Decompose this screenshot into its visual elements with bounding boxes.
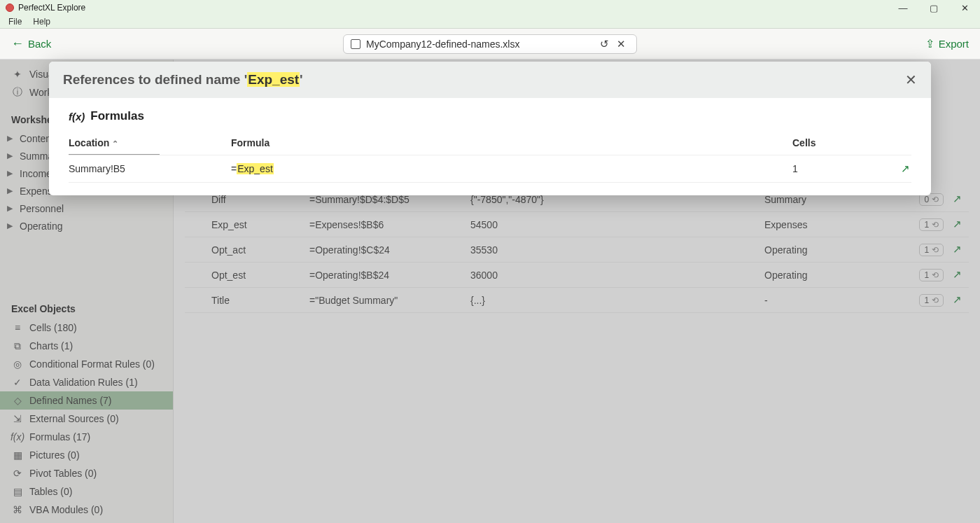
export-icon: ⇪ xyxy=(925,37,934,50)
sort-asc-icon: ⌃ xyxy=(112,139,118,148)
close-button[interactable]: ✕ xyxy=(949,0,980,15)
highlighted-name: Exp_est xyxy=(247,72,300,87)
close-icon[interactable]: ✕ xyxy=(905,71,917,88)
cell-cells: 1 xyxy=(792,155,883,183)
undo-icon[interactable]: ↺ xyxy=(596,38,612,50)
app-icon xyxy=(6,4,14,12)
formula-icon: f(x) xyxy=(69,111,85,123)
arrow-left-icon: ← xyxy=(11,36,24,51)
references-modal: References to defined name 'Exp_est' ✕ f… xyxy=(49,62,931,195)
col-formula[interactable]: Formula xyxy=(231,132,792,154)
cell-location: Summary!B5 xyxy=(69,155,231,183)
file-name: MyCompany12-defined-names.xlsx xyxy=(366,39,596,50)
formula-row[interactable]: Summary!B5 =Exp_est 1 ↗ xyxy=(69,155,911,183)
file-pill: MyCompany12-defined-names.xlsx ↺ ✕ xyxy=(343,34,637,54)
toolbar: ← Back MyCompany12-defined-names.xlsx ↺ … xyxy=(0,29,980,60)
maximize-button[interactable]: ▢ xyxy=(918,0,949,15)
title-bar: PerfectXL Explore — ▢ ✕ xyxy=(0,0,980,15)
window-controls: — ▢ ✕ xyxy=(888,0,980,15)
highlighted-name: Exp_est xyxy=(237,163,274,174)
minimize-button[interactable]: — xyxy=(888,0,918,15)
back-label: Back xyxy=(28,38,51,50)
close-file-icon[interactable]: ✕ xyxy=(612,38,629,50)
menu-bar: File Help xyxy=(0,15,980,29)
menu-help[interactable]: Help xyxy=(27,15,56,28)
col-location[interactable]: Location ⌃ xyxy=(69,132,231,154)
export-label: Export xyxy=(939,38,969,50)
cell-formula: =Exp_est xyxy=(231,155,792,183)
modal-title: References to defined name 'Exp_est' xyxy=(63,72,303,88)
file-icon xyxy=(351,39,360,49)
menu-file[interactable]: File xyxy=(3,15,27,28)
back-button[interactable]: ← Back xyxy=(11,36,51,51)
formulas-section-title: f(x) Formulas xyxy=(69,109,911,123)
goto-icon[interactable]: ↗ xyxy=(899,162,911,175)
modal-header: References to defined name 'Exp_est' ✕ xyxy=(49,62,931,98)
export-button[interactable]: ⇪ Export xyxy=(925,37,969,50)
app-title: PerfectXL Explore xyxy=(18,3,85,13)
col-cells[interactable]: Cells xyxy=(792,132,883,154)
